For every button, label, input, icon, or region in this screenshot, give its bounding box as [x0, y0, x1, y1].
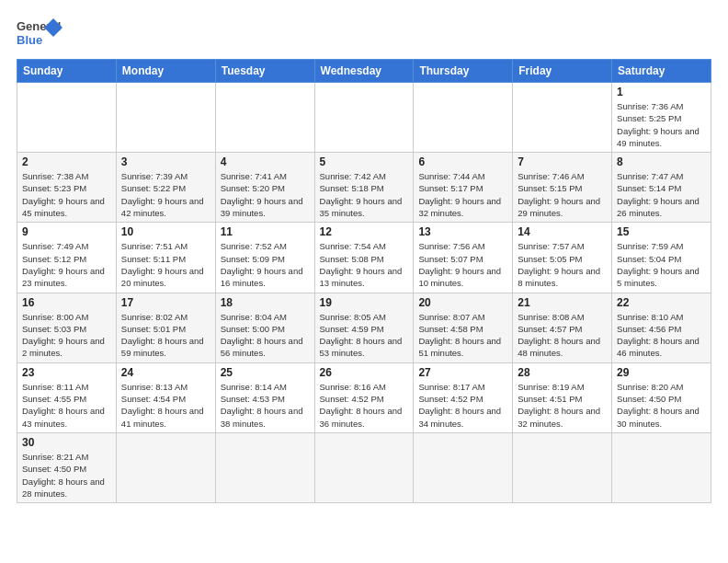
svg-text:Blue: Blue: [17, 33, 42, 47]
calendar-cell: 20Sunrise: 8:07 AMSunset: 4:58 PMDayligh…: [414, 293, 513, 362]
page: GeneralBlue SundayMondayTuesdayWednesday…: [0, 0, 728, 563]
day-number: 13: [418, 225, 507, 238]
day-info: Sunrise: 8:17 AMSunset: 4:52 PMDaylight:…: [418, 381, 507, 430]
calendar-cell: [116, 83, 215, 153]
day-number: 2: [22, 155, 111, 168]
day-info: Sunrise: 8:08 AMSunset: 4:57 PMDaylight:…: [518, 311, 607, 360]
day-info: Sunrise: 7:39 AMSunset: 5:22 PMDaylight:…: [121, 170, 210, 219]
calendar-cell: 6Sunrise: 7:44 AMSunset: 5:17 PMDaylight…: [414, 153, 513, 223]
calendar-cell: 8Sunrise: 7:47 AMSunset: 5:14 PMDaylight…: [612, 153, 711, 223]
calendar-cell: 30Sunrise: 8:21 AMSunset: 4:50 PMDayligh…: [17, 432, 117, 502]
calendar-cell: [513, 83, 612, 153]
day-number: 11: [221, 225, 310, 238]
weekday-header-wednesday: Wednesday: [314, 60, 414, 83]
day-number: 14: [518, 225, 607, 238]
day-info: Sunrise: 8:07 AMSunset: 4:58 PMDaylight:…: [418, 311, 507, 360]
calendar-cell: 11Sunrise: 7:52 AMSunset: 5:09 PMDayligh…: [215, 223, 314, 293]
day-info: Sunrise: 8:20 AMSunset: 4:50 PMDaylight:…: [617, 381, 706, 430]
day-info: Sunrise: 7:59 AMSunset: 5:04 PMDaylight:…: [617, 240, 706, 289]
calendar-cell: [215, 432, 314, 502]
day-number: 21: [518, 296, 607, 309]
calendar-cell: 2Sunrise: 7:38 AMSunset: 5:23 PMDaylight…: [17, 153, 117, 223]
week-row-1: 1Sunrise: 7:36 AMSunset: 5:25 PMDaylight…: [17, 83, 711, 153]
calendar-cell: 10Sunrise: 7:51 AMSunset: 5:11 PMDayligh…: [116, 223, 215, 293]
calendar-cell: 27Sunrise: 8:17 AMSunset: 4:52 PMDayligh…: [414, 362, 513, 432]
day-info: Sunrise: 8:16 AMSunset: 4:52 PMDaylight:…: [320, 381, 409, 430]
day-info: Sunrise: 7:57 AMSunset: 5:05 PMDaylight:…: [518, 240, 607, 289]
calendar-cell: 17Sunrise: 8:02 AMSunset: 5:01 PMDayligh…: [116, 293, 215, 362]
day-number: 23: [22, 366, 111, 379]
weekday-header-monday: Monday: [116, 60, 215, 83]
day-info: Sunrise: 8:05 AMSunset: 4:59 PMDaylight:…: [320, 311, 409, 360]
day-number: 17: [121, 296, 210, 309]
day-number: 5: [320, 155, 409, 168]
calendar-cell: [612, 432, 711, 502]
day-number: 29: [617, 366, 706, 379]
day-info: Sunrise: 8:11 AMSunset: 4:55 PMDaylight:…: [22, 381, 111, 430]
day-info: Sunrise: 8:14 AMSunset: 4:53 PMDaylight:…: [221, 381, 310, 430]
day-number: 15: [617, 225, 706, 238]
day-info: Sunrise: 8:00 AMSunset: 5:03 PMDaylight:…: [22, 311, 111, 360]
day-info: Sunrise: 7:54 AMSunset: 5:08 PMDaylight:…: [320, 240, 409, 289]
day-number: 6: [418, 155, 507, 168]
calendar-cell: 16Sunrise: 8:00 AMSunset: 5:03 PMDayligh…: [17, 293, 117, 362]
day-number: 30: [22, 436, 111, 449]
day-info: Sunrise: 7:41 AMSunset: 5:20 PMDaylight:…: [221, 170, 310, 219]
calendar-cell: [414, 432, 513, 502]
day-info: Sunrise: 8:04 AMSunset: 5:00 PMDaylight:…: [221, 311, 310, 360]
calendar-cell: 28Sunrise: 8:19 AMSunset: 4:51 PMDayligh…: [513, 362, 612, 432]
day-number: 9: [22, 225, 111, 238]
calendar: SundayMondayTuesdayWednesdayThursdayFrid…: [17, 59, 711, 503]
calendar-cell: [513, 432, 612, 502]
calendar-cell: 24Sunrise: 8:13 AMSunset: 4:54 PMDayligh…: [116, 362, 215, 432]
calendar-cell: [17, 83, 117, 153]
day-number: 18: [221, 296, 310, 309]
calendar-cell: 19Sunrise: 8:05 AMSunset: 4:59 PMDayligh…: [314, 293, 414, 362]
weekday-header-tuesday: Tuesday: [215, 60, 314, 83]
calendar-cell: 12Sunrise: 7:54 AMSunset: 5:08 PMDayligh…: [314, 223, 414, 293]
calendar-cell: 1Sunrise: 7:36 AMSunset: 5:25 PMDaylight…: [612, 83, 711, 153]
day-number: 4: [221, 155, 310, 168]
day-number: 16: [22, 296, 111, 309]
day-info: Sunrise: 7:44 AMSunset: 5:17 PMDaylight:…: [418, 170, 507, 219]
day-number: 12: [320, 225, 409, 238]
day-number: 27: [418, 366, 507, 379]
calendar-cell: 4Sunrise: 7:41 AMSunset: 5:20 PMDaylight…: [215, 153, 314, 223]
week-row-3: 9Sunrise: 7:49 AMSunset: 5:12 PMDaylight…: [17, 223, 711, 293]
calendar-cell: [116, 432, 215, 502]
day-info: Sunrise: 8:21 AMSunset: 4:50 PMDaylight:…: [22, 451, 111, 500]
calendar-cell: 29Sunrise: 8:20 AMSunset: 4:50 PMDayligh…: [612, 362, 711, 432]
calendar-cell: [414, 83, 513, 153]
day-info: Sunrise: 7:42 AMSunset: 5:18 PMDaylight:…: [320, 170, 409, 219]
day-info: Sunrise: 8:02 AMSunset: 5:01 PMDaylight:…: [121, 311, 210, 360]
day-info: Sunrise: 7:47 AMSunset: 5:14 PMDaylight:…: [617, 170, 706, 219]
day-number: 10: [121, 225, 210, 238]
day-number: 24: [121, 366, 210, 379]
week-row-5: 23Sunrise: 8:11 AMSunset: 4:55 PMDayligh…: [17, 362, 711, 432]
day-info: Sunrise: 7:46 AMSunset: 5:15 PMDaylight:…: [518, 170, 607, 219]
day-number: 22: [617, 296, 706, 309]
calendar-cell: 21Sunrise: 8:08 AMSunset: 4:57 PMDayligh…: [513, 293, 612, 362]
day-number: 28: [518, 366, 607, 379]
calendar-cell: 26Sunrise: 8:16 AMSunset: 4:52 PMDayligh…: [314, 362, 414, 432]
day-info: Sunrise: 7:36 AMSunset: 5:25 PMDaylight:…: [617, 100, 706, 149]
week-row-6: 30Sunrise: 8:21 AMSunset: 4:50 PMDayligh…: [17, 432, 711, 502]
calendar-cell: 7Sunrise: 7:46 AMSunset: 5:15 PMDaylight…: [513, 153, 612, 223]
header: GeneralBlue: [17, 17, 711, 50]
week-row-4: 16Sunrise: 8:00 AMSunset: 5:03 PMDayligh…: [17, 293, 711, 362]
weekday-header-friday: Friday: [513, 60, 612, 83]
calendar-cell: 18Sunrise: 8:04 AMSunset: 5:00 PMDayligh…: [215, 293, 314, 362]
weekday-header-row: SundayMondayTuesdayWednesdayThursdayFrid…: [17, 60, 711, 83]
day-number: 20: [418, 296, 507, 309]
day-number: 7: [518, 155, 607, 168]
weekday-header-saturday: Saturday: [612, 60, 711, 83]
calendar-cell: 13Sunrise: 7:56 AMSunset: 5:07 PMDayligh…: [414, 223, 513, 293]
day-info: Sunrise: 8:13 AMSunset: 4:54 PMDaylight:…: [121, 381, 210, 430]
day-info: Sunrise: 7:49 AMSunset: 5:12 PMDaylight:…: [22, 240, 111, 289]
day-info: Sunrise: 8:19 AMSunset: 4:51 PMDaylight:…: [518, 381, 607, 430]
calendar-cell: 14Sunrise: 7:57 AMSunset: 5:05 PMDayligh…: [513, 223, 612, 293]
day-info: Sunrise: 7:51 AMSunset: 5:11 PMDaylight:…: [121, 240, 210, 289]
logo: GeneralBlue: [17, 17, 63, 50]
day-number: 19: [320, 296, 409, 309]
day-info: Sunrise: 7:52 AMSunset: 5:09 PMDaylight:…: [221, 240, 310, 289]
